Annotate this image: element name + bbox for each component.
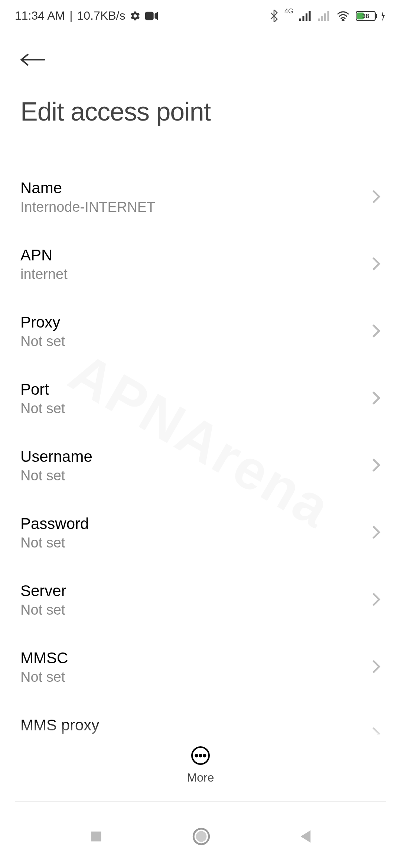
- signal-bars-2-icon: ×: [318, 11, 330, 21]
- setting-label: Server: [20, 582, 66, 600]
- chevron-right-icon: [372, 525, 381, 541]
- chevron-right-icon: [372, 659, 381, 675]
- status-left: 11:34 AM | 10.7KB/s: [15, 9, 158, 23]
- chevron-right-icon: [372, 323, 381, 340]
- chevron-right-icon: [372, 391, 381, 407]
- navigation-bar: [0, 805, 401, 868]
- setting-value: Internode-INTERNET: [20, 199, 155, 215]
- svg-rect-1: [299, 18, 301, 21]
- video-camera-icon: [145, 11, 158, 20]
- square-icon: [89, 829, 104, 844]
- setting-value: internet: [20, 266, 68, 282]
- setting-value: Not set: [20, 535, 89, 551]
- svg-rect-20: [91, 832, 101, 842]
- chevron-right-icon: [372, 256, 381, 273]
- svg-point-19: [203, 754, 205, 756]
- svg-rect-7: [324, 13, 326, 21]
- setting-username[interactable]: Username Not set: [20, 432, 381, 499]
- setting-value: Not set: [20, 468, 92, 484]
- setting-proxy[interactable]: Proxy Not set: [20, 298, 381, 365]
- svg-rect-6: [321, 16, 323, 21]
- triangle-left-icon: [299, 829, 312, 844]
- more-label: More: [187, 771, 214, 785]
- nav-recents-button[interactable]: [89, 829, 104, 844]
- svg-rect-0: [145, 11, 154, 20]
- svg-rect-2: [303, 16, 304, 21]
- gear-icon: [130, 10, 141, 22]
- bluetooth-icon: [270, 10, 278, 22]
- status-separator: |: [69, 9, 72, 23]
- setting-value: Not set: [20, 602, 66, 618]
- setting-label: Proxy: [20, 313, 65, 331]
- setting-name[interactable]: Name Internode-INTERNET: [20, 164, 381, 231]
- setting-label: MMSC: [20, 649, 68, 667]
- setting-port[interactable]: Port Not set: [20, 365, 381, 432]
- svg-rect-3: [306, 13, 307, 21]
- setting-value: Not set: [20, 333, 65, 349]
- setting-label: Name: [20, 179, 155, 197]
- chevron-right-icon: [372, 458, 381, 474]
- setting-value: Not set: [20, 401, 65, 417]
- bottom-action-bar: More: [0, 734, 401, 785]
- nav-back-button[interactable]: [299, 829, 312, 844]
- back-button[interactable]: [20, 49, 46, 71]
- setting-label: Password: [20, 515, 89, 533]
- svg-rect-13: [376, 14, 377, 17]
- setting-label: APN: [20, 246, 68, 264]
- svg-text:×: ×: [327, 19, 330, 21]
- svg-point-22: [196, 831, 207, 842]
- divider: [15, 801, 386, 802]
- setting-label: MMS proxy: [20, 716, 99, 734]
- header: Edit access point: [0, 30, 401, 126]
- svg-text:38: 38: [362, 13, 369, 20]
- more-button[interactable]: [190, 746, 211, 767]
- signal-bars-1-icon: [299, 11, 312, 21]
- setting-apn[interactable]: APN internet: [20, 231, 381, 298]
- setting-value: Not set: [20, 669, 68, 685]
- circle-icon: [192, 828, 210, 845]
- svg-point-18: [199, 754, 201, 756]
- status-time: 11:34 AM: [15, 9, 65, 23]
- chevron-right-icon: [372, 189, 381, 206]
- setting-label: Username: [20, 448, 92, 466]
- more-horizontal-icon: [190, 746, 211, 766]
- status-bar: 11:34 AM | 10.7KB/s 4G × 38: [0, 0, 401, 30]
- status-right: 4G × 38: [270, 10, 386, 22]
- status-data-rate: 10.7KB/s: [77, 9, 125, 23]
- page-title: Edit access point: [20, 97, 381, 126]
- nav-home-button[interactable]: [192, 828, 210, 845]
- arrow-left-icon: [20, 52, 46, 67]
- chevron-right-icon: [372, 592, 381, 608]
- settings-list: Name Internode-INTERNET APN internet Pro…: [0, 126, 401, 768]
- wifi-icon: [336, 11, 350, 21]
- setting-password[interactable]: Password Not set: [20, 499, 381, 566]
- svg-rect-4: [309, 11, 311, 21]
- setting-mmsc[interactable]: MMSC Not set: [20, 634, 381, 701]
- svg-rect-5: [318, 18, 320, 21]
- setting-server[interactable]: Server Not set: [20, 566, 381, 634]
- svg-point-17: [196, 754, 198, 756]
- setting-label: Port: [20, 381, 65, 398]
- battery-icon: 38: [356, 10, 386, 22]
- svg-point-10: [342, 19, 344, 21]
- network-type-label: 4G: [284, 7, 293, 15]
